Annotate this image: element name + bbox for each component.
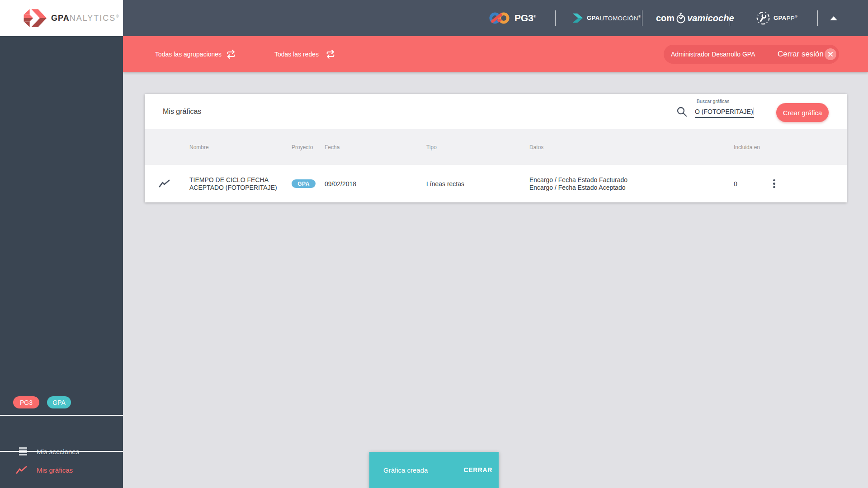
gpapp-logo-icon [755,10,771,26]
cell-datos: Encargo / Fecha Estado FacturadoEncargo … [529,165,627,202]
divider [555,10,556,26]
project-badge: GPA [292,179,316,188]
gpapp-label: GPAPP® [774,14,797,21]
sidebar-item-label: Mis gráficas [37,466,73,474]
divider [730,10,730,26]
divider [642,10,642,26]
text-cursor [754,108,754,115]
table-header-row: Nombre Proyecto Fecha Tipo Datos Incluid… [145,129,847,165]
pg3-badge: PG3 [13,396,39,408]
column-header-fecha: Fecha [325,129,340,165]
page-title: Mis gráficas [163,94,201,129]
cell-tipo: Líneas rectas [426,165,464,202]
cell-proyecto: GPA [292,165,316,202]
gpa-badge: GPA [47,396,71,408]
cell-incluida-en: 0 [734,165,737,202]
app-logo[interactable]: GPANALYTICS® [0,0,123,36]
kebab-menu-icon[interactable] [770,176,778,192]
column-header-tipo: Tipo [426,129,437,165]
search-input[interactable]: O (FOTOPERITAJE) [695,106,754,118]
search-field-label: Buscar gráficas [697,99,729,104]
filter-redes[interactable]: Todas las redes [274,36,319,72]
pg3-logo-icon [489,11,510,25]
cell-fecha: 09/02/2018 [325,165,356,202]
comvamicoche-suffix: vamicoche [687,13,734,23]
column-header-nombre: Nombre [189,129,288,165]
cell-nombre: TIEMPO DE CICLO FECHA ACEPTADO (FOTOPERI… [189,165,288,202]
column-header-incluida-en: Incluida en [734,129,760,165]
sidebar-badges: PG3 GPA [13,396,71,408]
sidebar-item-mis-graficas[interactable]: Mis gráficas [0,452,123,488]
user-session-pill: Administrador Desarrollo GPA Cerrar sesi… [664,45,839,64]
column-header-datos: Datos [529,129,543,165]
search-icon[interactable] [676,106,688,117]
create-chart-button[interactable]: Crear gráfica [776,103,829,122]
sidebar: PG3 GPA Mis secciones Mis gráficas [0,36,123,488]
collapse-arrow-icon[interactable] [827,0,840,36]
gpautomocion-logo-icon [571,12,584,24]
divider [817,10,818,26]
brand-compravamicoche[interactable]: com vamicoche [656,0,734,36]
clock-icon [675,12,686,24]
gpanalytics-logo-text: GPANALYTICS® [51,14,119,23]
toast-message: Gráfica creada [383,466,428,474]
logout-button[interactable]: Cerrar sesión [778,45,824,64]
brand-pg3[interactable]: PG3® [489,0,536,36]
brand-gpautomocion[interactable]: GPAUTOMOCIÓN® [571,0,641,36]
top-bar: GPANALYTICS® PG3® GPAUTOMOCIÓN® com [0,0,868,36]
pg3-label: PG3® [514,13,536,23]
gpautomocion-label: GPAUTOMOCIÓN® [587,14,641,21]
line-chart-icon [16,466,27,474]
filter-bar: Todas las agrupaciones Todas las redes A… [123,36,868,72]
line-chart-icon [159,165,170,202]
row-menu [770,165,778,202]
column-header-proyecto: Proyecto [292,129,313,165]
search-input-value: O (FOTOPERITAJE) [695,108,753,115]
logout-icon[interactable] [825,48,836,60]
swap-redes-icon[interactable] [326,36,335,72]
filter-agrupaciones[interactable]: Todas las agrupaciones [155,36,222,72]
comvamicoche-prefix: com [656,13,675,23]
user-name: Administrador Desarrollo GPA [671,45,755,64]
snackbar-toast: Gráfica creada CERRAR [369,452,499,488]
table-row[interactable]: TIEMPO DE CICLO FECHA ACEPTADO (FOTOPERI… [145,165,847,202]
mis-graficas-panel: Mis gráficas Buscar gráficas O (FOTOPERI… [145,94,847,202]
brand-gpapp[interactable]: GPAPP® [755,0,797,36]
toast-close-button[interactable]: CERRAR [464,466,493,474]
gpanalytics-logo-icon [21,8,47,28]
swap-agrupaciones-icon[interactable] [226,36,236,72]
